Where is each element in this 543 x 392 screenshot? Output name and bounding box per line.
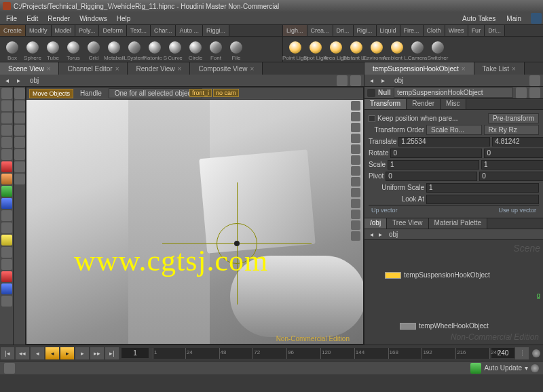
3d-viewport[interactable]: Move Objects Handle One for all selected…	[26, 87, 364, 345]
tool-spotlight[interactable]: Spot Light	[306, 38, 325, 61]
shelf-tab[interactable]: Dri...	[333, 25, 354, 36]
tab-compositeview[interactable]: Composite View×	[190, 62, 263, 75]
shelf-tab[interactable]: Fire...	[400, 25, 424, 36]
tool-icon[interactable]	[1, 296, 12, 307]
chevron-down-icon[interactable]: ▾	[525, 364, 528, 372]
shelf-tab[interactable]: Riggi...	[203, 25, 229, 36]
tool-box[interactable]: Box	[3, 38, 22, 61]
tool-curve[interactable]: Curve	[166, 38, 185, 61]
nw-tab-material[interactable]: Material Palette	[429, 218, 487, 229]
pivot-x[interactable]	[386, 172, 477, 181]
tool-icon[interactable]	[14, 149, 25, 160]
rot-order-dropdown[interactable]: Rx Ry Rz	[484, 125, 540, 135]
tool-icon[interactable]	[14, 161, 25, 172]
display-opt-icon[interactable]	[351, 220, 360, 230]
auto-update-label[interactable]: Auto Update	[484, 364, 522, 372]
shelf-tab[interactable]: Cloth	[424, 25, 445, 36]
display-opt-icon[interactable]	[351, 101, 360, 111]
gear-icon[interactable]	[531, 364, 539, 372]
close-icon[interactable]: ×	[178, 65, 182, 73]
tool-icon[interactable]	[14, 125, 25, 136]
tool-icon[interactable]	[1, 161, 12, 172]
play-back-button[interactable]: ◂	[45, 347, 59, 359]
tool-icon[interactable]	[1, 125, 12, 136]
tab-takelist[interactable]: Take List×	[474, 62, 525, 75]
tool-file[interactable]: File	[227, 38, 246, 61]
shelf-tab[interactable]: Model	[52, 25, 76, 36]
tool-icon[interactable]	[1, 100, 12, 111]
subtab-misc[interactable]: Misc	[441, 99, 466, 109]
node-suspension-hook[interactable]: tempSuspensionHookObject	[385, 271, 490, 279]
nav-fwd-icon[interactable]: ▸	[379, 76, 388, 85]
nav-back-icon[interactable]: ◂	[367, 230, 376, 239]
display-opt-icon[interactable]	[351, 210, 360, 219]
obj-path[interactable]: obj	[390, 76, 407, 85]
menu-render[interactable]: Render	[43, 14, 75, 24]
network-path[interactable]: obj	[385, 230, 402, 239]
menu-windows[interactable]: Windows	[75, 14, 112, 24]
close-icon[interactable]: ×	[462, 65, 466, 73]
pin-icon[interactable]	[529, 75, 540, 86]
tool-icon[interactable]	[14, 100, 25, 111]
display-opt-icon[interactable]	[351, 231, 360, 241]
tab-renderview[interactable]: Render View×	[128, 62, 190, 75]
scale-x[interactable]	[388, 160, 479, 170]
nw-tab-tree[interactable]: Tree View	[387, 218, 428, 229]
tool-pointlight[interactable]: Point Light	[286, 38, 305, 61]
tab-channeleditor[interactable]: Channel Editor×	[59, 62, 128, 75]
translate-x[interactable]	[398, 137, 490, 146]
up-vector-link[interactable]: Up vector	[371, 207, 398, 214]
node-chip-icon[interactable]	[385, 272, 401, 279]
update-indicator-icon[interactable]	[470, 363, 481, 374]
shelf-tab[interactable]: Text...	[127, 25, 151, 36]
shelf-tab[interactable]: Wires	[445, 25, 468, 36]
shelf-tab[interactable]: Liquid	[377, 25, 400, 36]
timeline-opts-icon[interactable]: ⋮	[515, 347, 529, 359]
display-opt-icon[interactable]	[351, 188, 360, 197]
scope-dropdown[interactable]: One for all selected objects	[109, 88, 203, 98]
take-main[interactable]: Main	[501, 14, 527, 24]
gear-icon[interactable]	[532, 349, 540, 357]
handle-label[interactable]: Handle	[77, 89, 105, 98]
tool-icon[interactable]	[1, 210, 12, 221]
tool-icon[interactable]	[1, 186, 12, 197]
shelf-tab[interactable]: Poly...	[75, 25, 99, 36]
tool-icon[interactable]	[14, 137, 25, 148]
shelf-tab[interactable]: Deform	[99, 25, 127, 36]
subtab-transform[interactable]: Transform	[364, 99, 407, 109]
move-icon[interactable]	[14, 88, 25, 99]
rotate-x[interactable]	[390, 149, 482, 158]
close-icon[interactable]: ×	[47, 65, 51, 73]
tool-icon[interactable]	[1, 149, 12, 160]
tool-icon[interactable]	[1, 271, 12, 282]
close-icon[interactable]: ×	[250, 65, 254, 73]
tool-icon[interactable]	[1, 113, 12, 123]
display-opt-icon[interactable]	[351, 177, 360, 187]
shelf-tab[interactable]: Rigi...	[354, 25, 377, 36]
tool-icon[interactable]	[1, 247, 12, 258]
tool-lsystem[interactable]: LSystem	[125, 38, 144, 61]
pretransform-dropdown[interactable]: Pre-transform	[488, 113, 539, 123]
display-opt-icon[interactable]	[351, 123, 360, 132]
tool-icon[interactable]	[14, 113, 25, 123]
tool-icon[interactable]	[1, 259, 12, 270]
tool-metaball[interactable]: Metaball	[105, 38, 124, 61]
timeline-track[interactable]: 124487296120144168192216240	[153, 348, 489, 359]
node-help-icon[interactable]	[516, 87, 527, 98]
tool-font[interactable]: Font	[206, 38, 225, 61]
lookat-field[interactable]	[426, 195, 539, 204]
play-fwd-button[interactable]: ▸	[60, 347, 74, 359]
step-fwd-button[interactable]: ▸	[75, 347, 89, 359]
tool-icon[interactable]	[1, 198, 12, 209]
close-icon[interactable]: ×	[115, 65, 119, 73]
tool-platonic[interactable]: Platonic S	[145, 38, 164, 61]
tool-icon[interactable]	[1, 222, 12, 233]
translate-y[interactable]	[492, 137, 543, 146]
use-up-vector-link[interactable]: Use up vector	[498, 207, 536, 214]
menu-edit[interactable]: Edit	[22, 14, 43, 24]
display-opt-icon[interactable]	[351, 199, 360, 208]
shelf-tab-create[interactable]: Create	[0, 25, 26, 36]
obj-path[interactable]: obj	[26, 76, 43, 85]
tab-params[interactable]: tempSuspensionHookObject×	[364, 62, 474, 75]
camera-badge[interactable]: front_i no cam	[189, 89, 239, 97]
